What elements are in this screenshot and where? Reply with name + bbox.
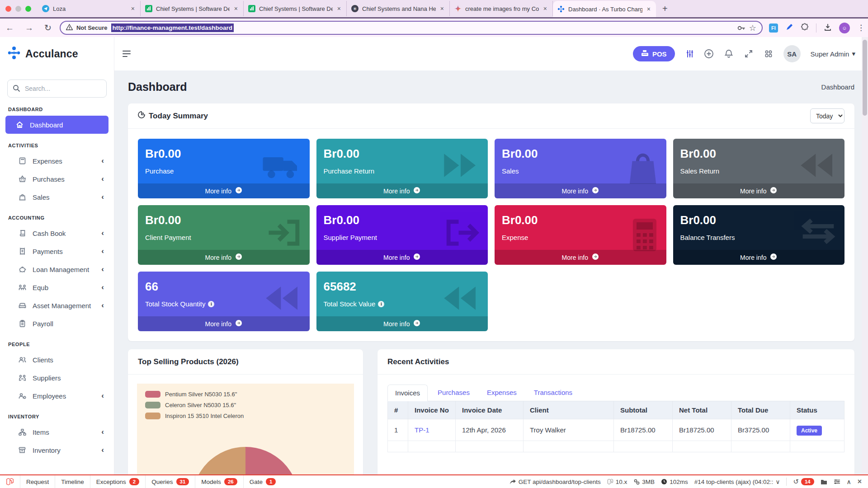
- zoom-window-button[interactable]: [25, 6, 31, 12]
- sidebar-item-clients[interactable]: Clients: [5, 351, 108, 369]
- password-key-icon[interactable]: [737, 25, 745, 31]
- more-info-button[interactable]: More info: [316, 250, 488, 265]
- sidebar-item-dashboard[interactable]: Dashboard: [5, 116, 108, 134]
- close-tab-icon[interactable]: ×: [233, 5, 239, 12]
- sidebar-item-employees[interactable]: Employees ‹: [5, 387, 108, 405]
- page-scrollbar[interactable]: [862, 37, 868, 474]
- notifications-bell-icon[interactable]: [724, 49, 734, 59]
- sidebar-item-expenses[interactable]: Expenses ‹: [5, 152, 108, 170]
- debugbar-tab-exceptions[interactable]: Exceptions 2: [90, 475, 146, 488]
- close-tab-icon[interactable]: ×: [336, 5, 342, 12]
- close-tab-icon[interactable]: ×: [439, 5, 445, 12]
- more-info-button[interactable]: More info: [138, 183, 310, 198]
- brand-zone[interactable]: Acculance: [0, 37, 114, 70]
- back-button[interactable]: ←: [0, 23, 19, 33]
- history-icon[interactable]: ↺: [793, 478, 799, 486]
- address-bar[interactable]: Not Secure http://finance-managment.test…: [60, 21, 763, 35]
- browser-tab-gemini[interactable]: create me images fro my Con ×: [450, 1, 553, 16]
- sidebar-item-loan-management[interactable]: Loan Management ‹: [5, 260, 108, 278]
- request-selector[interactable]: #14 top-clients (ajax) (04:02:: ∨: [694, 478, 780, 485]
- close-tab-icon[interactable]: ×: [130, 5, 136, 12]
- more-info-button[interactable]: More info: [673, 250, 845, 265]
- info-icon[interactable]: i: [208, 301, 214, 307]
- sliders-icon[interactable]: [685, 49, 694, 58]
- add-circle-icon[interactable]: [704, 49, 714, 59]
- scrollbar-thumb[interactable]: [863, 40, 867, 116]
- period-select[interactable]: Today: [810, 108, 844, 123]
- more-info-button[interactable]: More info: [138, 250, 310, 265]
- sidebar-item-sales[interactable]: Sales ‹: [5, 188, 108, 206]
- debugbar-tab-models[interactable]: Models 26: [195, 475, 243, 488]
- browser-tab-dashboard-active[interactable]: Dashboard · As Turbo Charge ×: [553, 1, 656, 17]
- more-info-button[interactable]: More info: [138, 316, 310, 331]
- reload-button[interactable]: ↻: [39, 23, 57, 33]
- more-info-button[interactable]: More info: [495, 250, 666, 265]
- collapse-up-icon[interactable]: ∧: [847, 478, 851, 485]
- more-info-button[interactable]: More info: [673, 183, 845, 198]
- more-info-button[interactable]: More info: [495, 183, 666, 198]
- legend-item[interactable]: Pentium Silver N5030 15.6": [145, 391, 354, 398]
- close-tab-icon[interactable]: ×: [542, 5, 548, 12]
- settings-sliders-icon[interactable]: [834, 479, 840, 484]
- sidebar-item-payroll[interactable]: Payroll: [5, 314, 108, 333]
- security-label[interactable]: Not Secure: [76, 24, 108, 31]
- fullscreen-icon[interactable]: [744, 49, 754, 59]
- debugbar-tab-gate[interactable]: Gate 1: [244, 475, 282, 488]
- browser-tab-chatgpt[interactable]: ✳ Chief Systems and Nana Herb ×: [347, 1, 450, 16]
- minimize-window-button[interactable]: [15, 6, 21, 12]
- forward-button[interactable]: →: [19, 23, 39, 33]
- browser-tab-loza[interactable]: Loza ×: [38, 1, 141, 16]
- browser-tab-chief-1[interactable]: Chief Systems | Software Dev ×: [141, 1, 244, 16]
- sidebar-item-purchases[interactable]: Purchases ‹: [5, 170, 108, 188]
- user-menu[interactable]: Super Admin ▾: [811, 50, 855, 58]
- arrow-circle-icon: [592, 187, 599, 195]
- debugbar-tab-queries[interactable]: Queries 31: [146, 475, 195, 488]
- sidebar-search[interactable]: [7, 80, 107, 98]
- extension-fi-icon[interactable]: FI: [769, 23, 778, 33]
- tab-expenses[interactable]: Expenses: [480, 385, 524, 401]
- laravel-logo-icon[interactable]: [0, 475, 20, 488]
- pos-button[interactable]: POS: [633, 46, 675, 61]
- more-info-button[interactable]: More info: [316, 183, 488, 198]
- close-tab-icon[interactable]: ×: [646, 5, 651, 13]
- new-tab-button[interactable]: +: [656, 4, 674, 14]
- url-text[interactable]: http://finance-managment.test/dashboard: [111, 23, 234, 32]
- sidebar-item-equb[interactable]: Equb ‹: [5, 278, 108, 296]
- apps-grid-icon[interactable]: [764, 49, 774, 59]
- close-window-button[interactable]: [5, 6, 11, 12]
- debugbar-tab-request[interactable]: Request: [20, 475, 55, 488]
- sidebar-item-cash-book[interactable]: Cash Book ‹: [5, 224, 108, 242]
- close-debugbar-icon[interactable]: ×: [858, 478, 862, 486]
- table-row[interactable]: 1 TP-1 12th Apr, 2026 Troy Walker Br1872…: [388, 419, 844, 441]
- tab-invoices[interactable]: Invoices: [387, 385, 428, 401]
- legend-item[interactable]: Inspiron 15 3510 Intel Celeron: [145, 413, 354, 419]
- extensions-puzzle-icon[interactable]: [801, 23, 809, 33]
- chrome-menu-icon[interactable]: ⋮: [857, 23, 865, 33]
- tab-purchases[interactable]: Purchases: [430, 385, 477, 401]
- request-route[interactable]: GET api/dashboard/top-clients: [519, 479, 601, 485]
- downloads-icon[interactable]: [824, 23, 832, 33]
- debugbar-tab-timeline[interactable]: Timeline: [55, 475, 90, 488]
- sidebar-item-inventory[interactable]: Inventory ‹: [5, 441, 108, 459]
- folder-icon[interactable]: [821, 479, 827, 484]
- invoice-link[interactable]: TP-1: [408, 419, 456, 441]
- breadcrumb[interactable]: Dashboard: [821, 83, 854, 91]
- sidebar-item-payments[interactable]: Payments ‹: [5, 242, 108, 260]
- tab-transactions[interactable]: Transactions: [527, 385, 580, 401]
- window-controls[interactable]: [0, 6, 38, 12]
- info-icon[interactable]: i: [378, 301, 384, 307]
- sidebar-item-asset-management[interactable]: Asset Management ‹: [5, 296, 108, 314]
- legend-item[interactable]: Celeron Silver N5030 15.6": [145, 402, 354, 408]
- table-row[interactable]: [388, 441, 844, 452]
- user-avatar[interactable]: SA: [783, 45, 801, 62]
- sidebar-item-items[interactable]: Items ‹: [5, 423, 108, 441]
- sidebar-item-suppliers[interactable]: Suppliers: [5, 369, 108, 387]
- sidebar-toggle-button[interactable]: [123, 51, 131, 57]
- search-input[interactable]: [7, 80, 107, 98]
- bookmark-star-icon[interactable]: ☆: [749, 23, 756, 33]
- more-info-button[interactable]: More info: [316, 316, 488, 331]
- extension-pen-icon[interactable]: [785, 23, 793, 33]
- browser-profile-avatar[interactable]: ☺: [839, 23, 850, 33]
- share-icon[interactable]: [509, 479, 516, 485]
- browser-tab-chief-2[interactable]: Chief Systems | Software Dev ×: [244, 1, 347, 16]
